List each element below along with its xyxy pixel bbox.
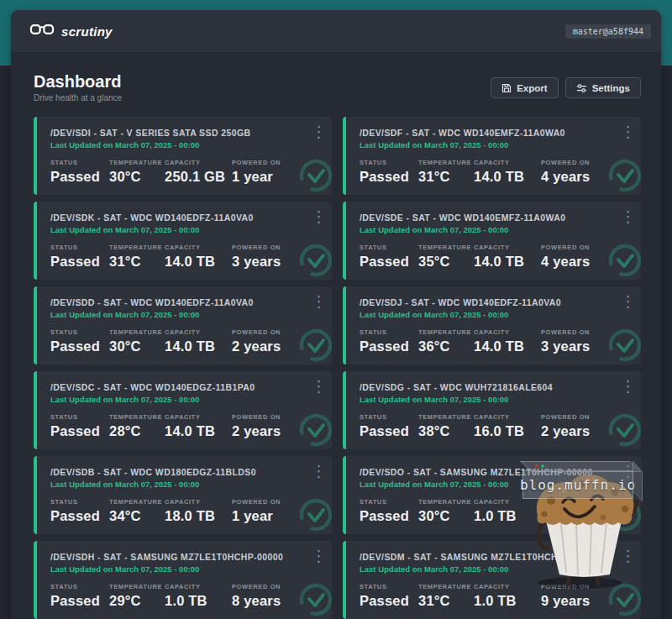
card-menu-button[interactable]: ⋮ xyxy=(622,124,634,139)
drive-card[interactable]: /DEV/SDK - SAT - WDC WD140EDFZ-11A0VA0 L… xyxy=(34,202,332,280)
temperature-value: 31°C xyxy=(109,254,165,270)
drive-card[interactable]: /DEV/SDH - SAT - SAMSUNG MZ7LE1T0HCHP-00… xyxy=(34,541,332,619)
drive-last-updated: Last Updated on March 07, 2025 - 00:00 xyxy=(50,564,320,574)
status-value: Passed xyxy=(360,338,418,354)
temperature-value: 29°C xyxy=(109,593,165,609)
health-check-ring-icon xyxy=(297,327,332,364)
drive-title: /DEV/SDG - SAT - WDC WUH721816ALE604 xyxy=(360,382,629,392)
card-menu-button[interactable]: ⋮ xyxy=(312,379,325,394)
version-badge: master@a58f944 xyxy=(565,24,651,39)
drive-title: /DEV/SDM - SAT - SAMSUNG MZ7LE1T0HCHP-00… xyxy=(360,552,629,562)
capacity-label: CAPACITY xyxy=(474,498,541,506)
settings-button-label: Settings xyxy=(592,83,630,93)
status-label: STATUS xyxy=(360,159,418,166)
drive-card[interactable]: /DEV/SDI - SAT - V SERIES SATA SSD 250GB… xyxy=(34,117,332,195)
kebab-menu-icon: ⋮ xyxy=(622,292,634,309)
health-check-ring-icon xyxy=(297,496,332,533)
capacity-value: 14.0 TB xyxy=(165,423,232,439)
temperature-value: 30°C xyxy=(109,338,165,354)
drive-card[interactable]: /DEV/SDM - SAT - SAMSUNG MZ7LE1T0HCHP-00… xyxy=(343,541,641,619)
drive-card[interactable]: /DEV/SDD - SAT - WDC WD140EDFZ-11A0VA0 L… xyxy=(34,286,332,365)
card-menu-button[interactable]: ⋮ xyxy=(622,209,634,224)
capacity-label: CAPACITY xyxy=(165,328,232,336)
drive-card[interactable]: /DEV/SDC - SAT - WDC WD140EDGZ-11B1PA0 L… xyxy=(34,371,332,449)
kebab-menu-icon: ⋮ xyxy=(312,292,325,309)
drive-last-updated: Last Updated on March 07, 2025 - 00:00 xyxy=(50,310,320,319)
card-menu-button[interactable]: ⋮ xyxy=(622,548,634,564)
drive-title: /DEV/SDE - SAT - WDC WD140EMFZ-11A0WA0 xyxy=(360,212,629,223)
drive-title: /DEV/SDC - SAT - WDC WD140EDGZ-11B1PA0 xyxy=(50,382,320,392)
status-value: Passed xyxy=(360,169,418,185)
temperature-label: TEMPERATURE xyxy=(109,413,165,421)
drive-card[interactable]: /DEV/SDE - SAT - WDC WD140EMFZ-11A0WA0 L… xyxy=(343,202,641,280)
card-menu-button[interactable]: ⋮ xyxy=(312,464,325,479)
card-menu-button[interactable]: ⋮ xyxy=(312,548,325,564)
settings-button[interactable]: Settings xyxy=(565,77,641,98)
drive-title: /DEV/SDK - SAT - WDC WD140EDFZ-11A0VA0 xyxy=(50,212,320,223)
drive-card[interactable]: /DEV/SDF - SAT - WDC WD140EMFZ-11A0WA0 L… xyxy=(343,117,641,195)
kebab-menu-icon: ⋮ xyxy=(312,123,325,139)
drive-title: /DEV/SDD - SAT - WDC WD140EDFZ-11A0VA0 xyxy=(50,297,320,307)
drive-title: /DEV/SDI - SAT - V SERIES SATA SSD 250GB xyxy=(50,128,320,138)
capacity-value: 16.0 TB xyxy=(474,423,541,439)
temperature-value: 31°C xyxy=(418,169,474,185)
capacity-label: CAPACITY xyxy=(165,498,232,506)
capacity-value: 1.0 TB xyxy=(474,508,541,524)
temperature-value: 30°C xyxy=(418,508,474,524)
drive-grid: /DEV/SDI - SAT - V SERIES SATA SSD 250GB… xyxy=(34,117,641,619)
card-menu-button[interactable]: ⋮ xyxy=(622,294,634,309)
kebab-menu-icon: ⋮ xyxy=(312,462,325,479)
kebab-menu-icon: ⋮ xyxy=(312,207,325,224)
capacity-label: CAPACITY xyxy=(474,244,541,251)
card-menu-button[interactable]: ⋮ xyxy=(312,124,325,139)
temperature-label: TEMPERATURE xyxy=(418,498,474,506)
drive-title: /DEV/SDO - SAT - SAMSUNG MZ7LE1T0HCHP-00… xyxy=(360,467,629,477)
export-save-icon xyxy=(501,83,512,93)
drive-last-updated: Last Updated on March 07, 2025 - 00:00 xyxy=(360,310,629,319)
status-value: Passed xyxy=(50,423,109,439)
capacity-value: 18.0 TB xyxy=(165,508,232,524)
kebab-menu-icon: ⋮ xyxy=(312,547,325,564)
kebab-menu-icon: ⋮ xyxy=(312,377,325,394)
status-label: STATUS xyxy=(360,498,418,506)
status-value: Passed xyxy=(50,508,109,524)
capacity-label: CAPACITY xyxy=(165,159,232,166)
temperature-label: TEMPERATURE xyxy=(418,328,474,336)
capacity-label: CAPACITY xyxy=(474,159,541,166)
card-menu-button[interactable]: ⋮ xyxy=(312,294,325,309)
status-label: STATUS xyxy=(360,244,418,251)
app-logo[interactable]: scrutiny xyxy=(29,23,113,39)
temperature-label: TEMPERATURE xyxy=(418,583,474,590)
temperature-value: 38°C xyxy=(418,423,474,439)
drive-card[interactable]: /DEV/SDJ - SAT - WDC WD140EDFZ-11A0VA0 L… xyxy=(343,286,641,365)
drive-last-updated: Last Updated on March 07, 2025 - 00:00 xyxy=(50,140,320,150)
status-value: Passed xyxy=(360,423,418,439)
drive-card[interactable]: /DEV/SDB - SAT - WDC WD180EDGZ-11BLDS0 L… xyxy=(34,456,332,534)
capacity-label: CAPACITY xyxy=(474,328,541,336)
capacity-value: 1.0 TB xyxy=(165,593,232,609)
drive-last-updated: Last Updated on March 07, 2025 - 00:00 xyxy=(360,564,629,574)
drive-title: /DEV/SDF - SAT - WDC WD140EMFZ-11A0WA0 xyxy=(360,128,629,138)
health-check-ring-icon xyxy=(606,242,641,279)
capacity-label: CAPACITY xyxy=(165,583,232,590)
export-button-label: Export xyxy=(517,83,547,93)
page-title: Dashboard xyxy=(34,72,122,91)
page-subtitle: Drive health at a glance xyxy=(34,93,122,102)
status-label: STATUS xyxy=(50,413,109,421)
kebab-menu-icon: ⋮ xyxy=(622,123,634,139)
card-menu-button[interactable]: ⋮ xyxy=(622,379,634,394)
status-label: STATUS xyxy=(360,583,418,590)
export-button[interactable]: Export xyxy=(491,77,558,98)
kebab-menu-icon: ⋮ xyxy=(622,462,634,479)
drive-card[interactable]: /DEV/SDO - SAT - SAMSUNG MZ7LE1T0HCHP-00… xyxy=(343,456,641,534)
drive-last-updated: Last Updated on March 07, 2025 - 00:00 xyxy=(360,395,629,404)
drive-last-updated: Last Updated on March 07, 2025 - 00:00 xyxy=(50,480,320,489)
drive-card[interactable]: /DEV/SDG - SAT - WDC WUH721816ALE604 Las… xyxy=(343,371,641,449)
health-check-ring-icon xyxy=(606,157,641,194)
glasses-logo-icon xyxy=(29,23,55,39)
card-menu-button[interactable]: ⋮ xyxy=(312,209,325,224)
kebab-menu-icon: ⋮ xyxy=(622,207,634,224)
temperature-value: 30°C xyxy=(109,169,165,185)
status-value: Passed xyxy=(50,169,109,185)
card-menu-button[interactable]: ⋮ xyxy=(622,464,634,479)
